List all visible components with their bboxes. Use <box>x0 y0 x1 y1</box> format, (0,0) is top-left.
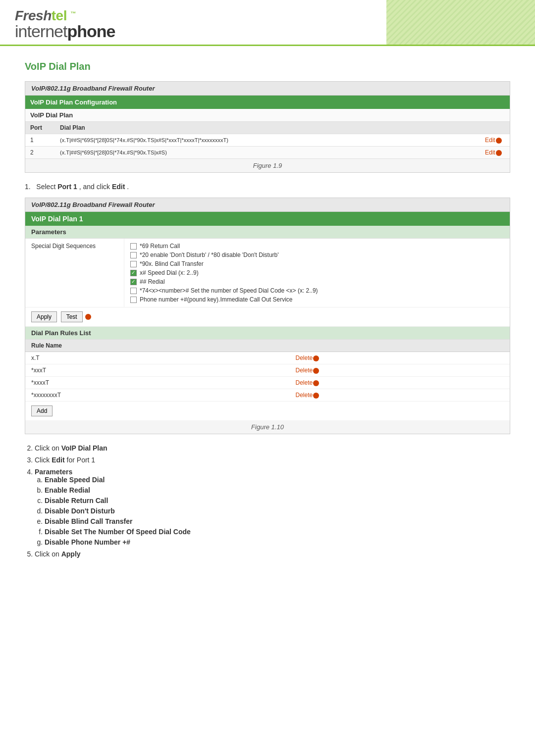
rule-2-name: *xxxxT <box>25 377 289 389</box>
step-4f: Disable Set The Number Of Speed Dial Cod… <box>45 528 510 536</box>
row1-port: 1 <box>25 134 55 147</box>
logo-tel-text: tel <box>52 8 67 23</box>
rule-row-3: *xxxxxxxxT Delete <box>25 389 510 402</box>
checkbox-phone-number-hash[interactable] <box>130 297 137 303</box>
rule-3-delete-link[interactable]: Delete <box>295 392 319 399</box>
row1-edit-link[interactable]: Edit <box>485 137 502 144</box>
step-2-bold: VoIP Dial Plan <box>61 444 107 452</box>
instruction-1-port1: Port 1 <box>57 183 77 191</box>
logo-fresh-text: Fresh <box>15 8 52 23</box>
instruction-1-period: . <box>127 183 129 191</box>
table-title: VoIP Dial Plan Configuration <box>25 96 510 109</box>
table-row: 1 (x.T|##S|*69S|*[28]0S|*74x.#S|*90x.TS|… <box>25 134 510 147</box>
checkbox-dnd[interactable] <box>130 252 137 258</box>
checkbox-return-call[interactable] <box>130 243 137 250</box>
logo-phone-text: phone <box>67 22 115 41</box>
test-icon <box>85 314 91 320</box>
col-port: Port <box>25 122 55 134</box>
step-4c-bold: Disable Return Call <box>45 497 108 504</box>
checkbox-row-5[interactable]: *74<x><number># Set the number of Speed … <box>130 287 318 294</box>
step-3: Click Edit for Port 1 <box>35 456 510 464</box>
row1-dialplan: (x.T|##S|*69S|*[28]0S|*74x.#S|*90x.TS|x#… <box>55 134 480 147</box>
row2-edit[interactable]: Edit <box>480 147 510 159</box>
rule-3-name: *xxxxxxxxT <box>25 389 289 402</box>
step-5-text: Click on <box>35 550 61 558</box>
step-3-suffix: for Port 1 <box>67 456 96 464</box>
rule-3-delete[interactable]: Delete <box>289 389 510 402</box>
delete-icon-0 <box>313 355 319 361</box>
voip-dial-plan-table: VoIP Dial Plan Configuration VoIP Dial P… <box>25 96 510 159</box>
checkbox-redial[interactable] <box>130 279 137 285</box>
checkbox-dnd-label: *20 enable 'Don't Disturb' / *80 disable… <box>140 252 279 258</box>
logo-freshtel: Freshtel ™ <box>15 9 115 23</box>
instruction-1-and: , and click <box>79 183 112 191</box>
checkbox-phone-number-hash-label: Phone number +#(pound key).Immediate Cal… <box>140 296 293 303</box>
voip-dial-plan-section-label: VoIP Dial Plan <box>25 109 510 122</box>
checkbox-row-0[interactable]: *69 Return Call <box>130 243 318 250</box>
params-header: Parameters <box>25 226 510 239</box>
page-title: VoIP Dial Plan <box>25 61 510 72</box>
figure-1-10-caption: Figure 1.10 <box>25 420 510 434</box>
add-btn-row: Add <box>25 402 510 420</box>
rule-2-delete[interactable]: Delete <box>289 377 510 389</box>
rule-1-delete[interactable]: Delete <box>289 364 510 377</box>
rules-table: Rule Name x.T Delete *xxxT <box>25 340 510 402</box>
step-4b-bold: Enable Redial <box>45 486 90 494</box>
row2-dialplan: (x.T|##S|*69S|*[28]0S|*74x.#S|*90x.TS|x#… <box>55 147 480 159</box>
header-pattern <box>386 0 535 45</box>
col-dial-plan: Dial Plan <box>55 122 480 134</box>
step-4a: Enable Speed Dial <box>45 476 510 484</box>
checkbox-row-2[interactable]: *90x. Blind Call Transfer <box>130 260 318 267</box>
checkbox-row-6[interactable]: Phone number +#(pound key).Immediate Cal… <box>130 296 318 303</box>
delete-icon-1 <box>313 368 319 374</box>
checkbox-set-speed-dial-label: *74<x><number># Set the number of Speed … <box>140 287 318 294</box>
step-4a-bold: Enable Speed Dial <box>45 476 105 484</box>
step-2-text: Click on <box>35 444 61 452</box>
plan1-title: VoIP Dial Plan 1 <box>25 212 510 226</box>
page-header: Freshtel ™ internetphone <box>0 0 535 46</box>
rule-row-0: x.T Delete <box>25 352 510 364</box>
step-4e-bold: Disable Blind Call Transfer <box>45 517 132 525</box>
row2-port: 2 <box>25 147 55 159</box>
test-button-container[interactable]: Test <box>61 311 91 322</box>
action-buttons: Apply Test <box>25 307 510 327</box>
rule-0-delete[interactable]: Delete <box>289 352 510 364</box>
checkbox-speed-dial-label: x# Speed Dial (x: 2..9) <box>140 269 199 276</box>
lettered-list: Enable Speed Dial Enable Redial Disable … <box>45 476 510 546</box>
special-digit-label: Special Digit Sequences <box>25 239 124 307</box>
special-digit-options: *69 Return Call *20 enable 'Don't Distur… <box>124 239 324 307</box>
numbered-steps: Click on VoIP Dial Plan Click Edit for P… <box>35 444 510 558</box>
step-4d-bold: Disable Don't Disturb <box>45 507 115 515</box>
rule-2-delete-link[interactable]: Delete <box>295 379 319 386</box>
test-button[interactable]: Test <box>61 311 83 322</box>
checkbox-row-3[interactable]: x# Speed Dial (x: 2..9) <box>130 269 318 276</box>
step-4: Parameters Enable Speed Dial Enable Redi… <box>35 468 510 546</box>
step-4c: Disable Return Call <box>45 497 510 504</box>
main-content: VoIP Dial Plan VoIP/802.11g Broadband Fi… <box>0 46 535 577</box>
row2-edit-link[interactable]: Edit <box>485 149 502 156</box>
step-3-bold: Edit <box>52 456 64 464</box>
special-digit-row: Special Digit Sequences *69 Return Call … <box>25 239 510 307</box>
rule-row-1: *xxxT Delete <box>25 364 510 377</box>
checkbox-blind-transfer[interactable] <box>130 261 137 267</box>
checkbox-row-1[interactable]: *20 enable 'Don't Disturb' / *80 disable… <box>130 252 318 258</box>
logo-internetphone: internetphone <box>15 23 115 40</box>
checkbox-redial-label: ## Redial <box>140 278 165 285</box>
rule-1-delete-link[interactable]: Delete <box>295 367 319 374</box>
step-4g-bold: Disable Phone Number +# <box>45 538 130 546</box>
rule-0-delete-link[interactable]: Delete <box>295 354 319 361</box>
rule-row-2: *xxxxT Delete <box>25 377 510 389</box>
step-4-bold: Parameters <box>35 468 72 476</box>
checkbox-speed-dial[interactable] <box>130 270 137 276</box>
rules-header: Dial Plan Rules List <box>25 327 510 340</box>
edit-icon <box>496 138 502 144</box>
add-button[interactable]: Add <box>31 405 53 416</box>
row1-edit[interactable]: Edit <box>480 134 510 147</box>
checkbox-row-4[interactable]: ## Redial <box>130 278 318 285</box>
rule-0-name: x.T <box>25 352 289 364</box>
step-5-bold: Apply <box>61 550 81 558</box>
apply-button[interactable]: Apply <box>31 311 57 322</box>
checkbox-return-call-label: *69 Return Call <box>140 243 180 250</box>
figure-1-9-caption: Figure 1.9 <box>25 159 510 172</box>
checkbox-set-speed-dial[interactable] <box>130 288 137 294</box>
